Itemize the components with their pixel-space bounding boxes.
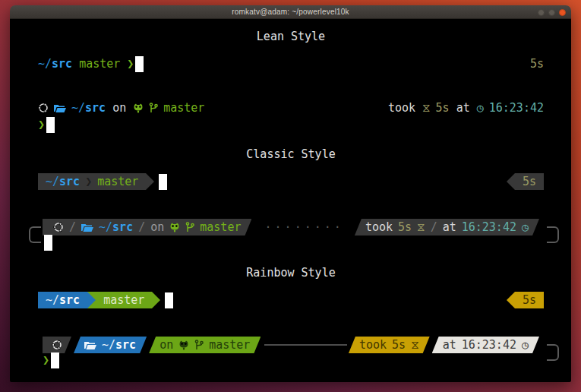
- prompt-gap-line: [264, 344, 347, 346]
- text-cursor[interactable]: [51, 352, 59, 368]
- rainbow-dir-segment: ~/src: [74, 337, 147, 353]
- ubuntu-os-icon: [38, 103, 49, 113]
- prompt-frame-left: [29, 226, 41, 243]
- git-branch-label: master: [209, 338, 250, 352]
- rainbow-prompt-twoline-bottom: ❯: [43, 352, 539, 368]
- rainbow-dir-segment: ~/src: [38, 292, 87, 308]
- rainbow-style-heading: Rainbow Style: [38, 264, 544, 281]
- terminal-window: romkatv@adam: ~/powerlevel10k Lean Style…: [10, 5, 571, 382]
- path-home: ~/: [71, 101, 85, 115]
- git-branch-label: master: [200, 220, 241, 234]
- prompt-gap-dots: ········: [254, 220, 354, 234]
- rainbow-duration-segment: 5s: [515, 292, 544, 308]
- ubuntu-os-icon: [52, 340, 62, 350]
- hourglass-icon: ⧖: [417, 220, 425, 234]
- prompt-frame-right: [547, 226, 559, 243]
- text-cursor[interactable]: [44, 235, 52, 251]
- lean-prompt-oneline: ~/srcmaster❯ 5s: [38, 55, 544, 72]
- path-dir: src: [59, 293, 80, 307]
- duration-value: 5s: [523, 293, 536, 307]
- took-label: took: [359, 338, 387, 352]
- text-cursor[interactable]: [165, 292, 173, 308]
- at-label: at: [456, 101, 470, 115]
- classic-prompt-oneline: ~/src ❯ master 5s: [38, 173, 544, 190]
- rainbow-os-segment: [43, 337, 71, 353]
- clock-icon: ◷: [477, 101, 484, 115]
- classic-left-segment: ~/src ❯ master: [38, 173, 146, 190]
- desktop-wallpaper: romkatv@adam: ~/powerlevel10k Lean Style…: [0, 0, 581, 392]
- folder-icon: [81, 223, 93, 232]
- took-label: took: [365, 220, 393, 234]
- powerline-arrow-icon: [87, 292, 96, 308]
- segment-separator: /: [64, 220, 81, 234]
- maximize-button[interactable]: [548, 9, 555, 16]
- powerline-arrow-icon: [146, 173, 154, 190]
- rainbow-vcs-segment: on master: [149, 337, 261, 353]
- path-home: ~/: [46, 293, 59, 307]
- titlebar[interactable]: romkatv@adam: ~/powerlevel10k: [10, 5, 571, 19]
- on-label: on: [150, 220, 164, 234]
- terminal-content[interactable]: Lean Style ~/srcmaster❯ 5s ~/src on: [10, 19, 571, 382]
- path-home: ~/: [102, 338, 115, 352]
- time-value: 16:23:42: [462, 220, 516, 234]
- powerline-arrow-icon: [507, 173, 515, 190]
- git-branch-label: master: [163, 101, 204, 115]
- git-branch-label: master: [79, 57, 120, 71]
- folder-icon: [54, 103, 66, 113]
- classic-style-heading: Classic Style: [38, 146, 544, 163]
- on-label: on: [159, 338, 173, 352]
- minimize-button[interactable]: [538, 9, 545, 16]
- text-cursor[interactable]: [46, 117, 55, 133]
- text-cursor[interactable]: [135, 56, 144, 72]
- at-label: at: [443, 338, 456, 352]
- window-controls: [538, 5, 566, 19]
- git-branch-icon: [149, 103, 158, 113]
- lean-prompt-twoline-top: ~/src on master took ⧖ 5s at ◷ 16:23:42: [38, 100, 544, 116]
- path-home: ~/: [38, 57, 52, 71]
- git-branch-icon: [194, 340, 204, 350]
- prompt-frame-right: [547, 344, 559, 361]
- rainbow-vcs-segment: master: [96, 292, 152, 308]
- segment-separator: /: [425, 220, 443, 234]
- lean-style-heading: Lean Style: [38, 28, 544, 45]
- rainbow-prompt-twoline-top: ~/src on master took 5s ⧖: [43, 337, 539, 353]
- duration-value: 5s: [436, 101, 450, 115]
- git-branch-label: master: [103, 293, 144, 307]
- duration-value: 5s: [523, 175, 536, 188]
- folder-icon: [84, 340, 96, 350]
- rainbow-duration-segment: took 5s ⧖: [349, 337, 430, 353]
- hourglass-icon: ⧖: [422, 101, 431, 115]
- github-octocat-icon: [178, 340, 189, 350]
- prompt-char: ❯: [43, 353, 49, 367]
- time-value: 16:23:42: [462, 338, 516, 352]
- git-branch-label: master: [97, 175, 138, 188]
- path-dir: src: [85, 101, 106, 115]
- classic-left-segment: / ~/src / on master: [43, 219, 251, 236]
- close-button[interactable]: [559, 9, 566, 16]
- classic-right-segment: 5s: [515, 173, 544, 190]
- powerline-arrow-icon: [507, 292, 515, 308]
- segment-separator: /: [133, 220, 150, 234]
- window-title: romkatv@adam: ~/powerlevel10k: [232, 8, 349, 16]
- powerline-arrow-icon: [152, 292, 160, 308]
- path-home: ~/: [46, 175, 59, 188]
- hourglass-icon: ⧖: [411, 338, 419, 352]
- text-cursor[interactable]: [159, 174, 167, 190]
- path-dir: src: [52, 57, 72, 71]
- prompt-char: ❯: [127, 57, 134, 71]
- path-dir: src: [112, 220, 133, 234]
- classic-prompt-twoline-top: / ~/src / on master ········: [43, 219, 539, 236]
- ubuntu-os-icon: [53, 222, 64, 232]
- rainbow-prompt-oneline: ~/src master 5s: [38, 292, 544, 308]
- path-dir: src: [59, 175, 80, 188]
- path-dir: src: [115, 338, 136, 352]
- took-label: took: [388, 101, 415, 115]
- classic-right-segment: took 5s ⧖ / at 16:23:42 ◷: [355, 219, 539, 236]
- at-label: at: [443, 220, 456, 234]
- clock-icon: ◷: [522, 220, 529, 234]
- on-label: on: [112, 101, 126, 115]
- duration-value: 5s: [392, 338, 406, 352]
- path-home: ~/: [99, 220, 112, 234]
- rainbow-time-segment: at 16:23:42 ◷: [432, 337, 539, 353]
- prompt-char: ❯: [38, 118, 45, 131]
